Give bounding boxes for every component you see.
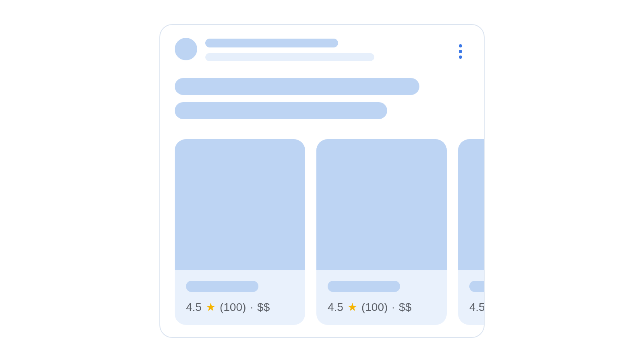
separator-dot: ·	[250, 301, 253, 314]
header-line-2-placeholder	[205, 53, 374, 61]
more-vertical-icon	[459, 56, 462, 59]
avatar-placeholder	[175, 38, 197, 60]
card-header	[160, 25, 484, 61]
carousel-tile[interactable]: 4.5 ★	[458, 139, 484, 325]
review-count: (100)	[361, 301, 388, 314]
star-icon: ★	[347, 302, 357, 313]
card-body	[160, 61, 484, 119]
price-level: $$	[257, 301, 270, 314]
result-card: 4.5 ★ (100) · $$ 4.5 ★ (100) · $$	[159, 24, 485, 338]
more-options-button[interactable]	[455, 43, 466, 60]
more-vertical-icon	[459, 50, 462, 53]
tile-image-placeholder	[175, 139, 305, 270]
carousel-tile[interactable]: 4.5 ★ (100) · $$	[316, 139, 447, 325]
tile-footer: 4.5 ★ (100) · $$	[316, 270, 447, 325]
tile-image-placeholder	[316, 139, 447, 270]
more-vertical-icon	[459, 44, 462, 47]
body-line-1-placeholder	[175, 78, 419, 95]
review-count: (100)	[220, 301, 246, 314]
tile-footer: 4.5 ★ (100) · $$	[175, 270, 305, 325]
price-level: $$	[399, 301, 411, 314]
tile-title-placeholder	[328, 281, 400, 292]
star-icon: ★	[206, 302, 216, 313]
tile-image-placeholder	[458, 139, 484, 270]
carousel[interactable]: 4.5 ★ (100) · $$ 4.5 ★ (100) · $$	[160, 126, 484, 325]
rating-value: 4.5	[469, 301, 484, 314]
header-line-1-placeholder	[205, 39, 338, 47]
rating-row: 4.5 ★	[469, 301, 484, 314]
tile-footer: 4.5 ★	[458, 270, 484, 325]
rating-value: 4.5	[186, 301, 202, 314]
tile-title-placeholder	[186, 281, 258, 292]
carousel-tile[interactable]: 4.5 ★ (100) · $$	[175, 139, 305, 325]
separator-dot: ·	[392, 301, 395, 314]
header-text-block	[205, 38, 469, 61]
tile-title-placeholder	[469, 281, 484, 292]
rating-value: 4.5	[328, 301, 343, 314]
body-line-2-placeholder	[175, 102, 387, 119]
rating-row: 4.5 ★ (100) · $$	[328, 301, 436, 314]
rating-row: 4.5 ★ (100) · $$	[186, 301, 294, 314]
